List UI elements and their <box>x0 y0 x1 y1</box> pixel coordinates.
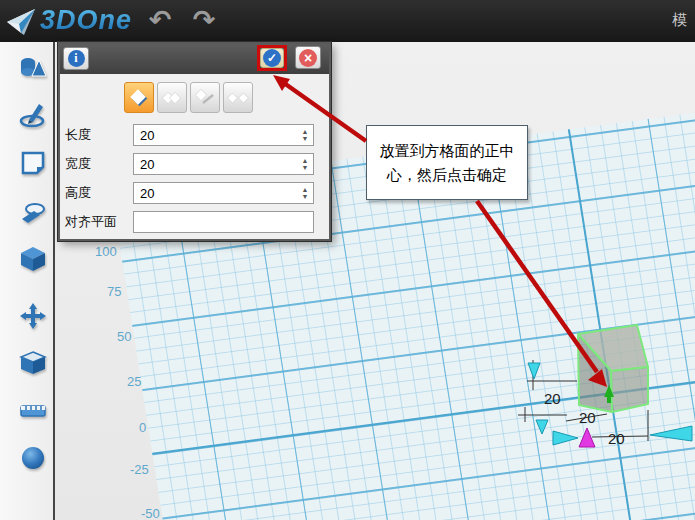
dialog-header: i ✓ × <box>60 44 329 74</box>
render-sphere-icon[interactable] <box>19 444 47 472</box>
axis-label: 75 <box>107 284 121 299</box>
length-input[interactable] <box>133 124 314 146</box>
axis-label: 100 <box>95 244 117 259</box>
window-title-partial: 模 <box>672 11 687 30</box>
x-axis-line <box>152 335 695 455</box>
width-spinner[interactable]: ▲▼ <box>300 154 310 174</box>
width-input[interactable] <box>133 153 314 175</box>
double-diamond-icon <box>161 87 183 109</box>
left-toolbar <box>0 42 55 520</box>
diamond-icon <box>128 87 150 109</box>
box-parameters-dialog: i ✓ × <box>58 42 331 241</box>
height-input[interactable] <box>133 182 314 204</box>
box-corner-mode-button[interactable] <box>124 82 154 113</box>
length-label: 长度 <box>65 126 133 144</box>
instruction-callout: 放置到方格面的正中心，然后点击确定 <box>366 125 528 200</box>
length-row: 长度 ▲▼ <box>65 124 314 146</box>
align-plane-row: 对齐平面 <box>65 211 314 233</box>
axis-label: -25 <box>130 462 149 477</box>
sketch-surface-icon[interactable] <box>19 149 47 177</box>
align-plane-input[interactable] <box>133 211 314 233</box>
instruction-text: 放置到方格面的正中心，然后点击确定 <box>375 139 519 187</box>
confirm-button[interactable]: ✓ <box>260 48 284 68</box>
measure-ruler-icon[interactable] <box>19 396 47 424</box>
undo-button[interactable]: ↶ <box>142 2 178 38</box>
combine-solids-icon[interactable] <box>19 348 47 376</box>
axis-label: 25 <box>127 374 141 389</box>
length-spinner[interactable]: ▲▼ <box>300 125 310 145</box>
info-button[interactable]: i <box>63 47 89 70</box>
axis-label: 50 <box>117 329 131 344</box>
height-row: 高度 ▲▼ <box>65 182 314 204</box>
diamond-slash-icon <box>194 87 216 109</box>
move-transform-icon[interactable] <box>19 302 47 330</box>
box-double-mode-button[interactable] <box>157 82 187 113</box>
confirm-highlight-box: ✓ <box>257 45 287 71</box>
axis-label: 0 <box>139 420 146 435</box>
primitive-solids-icon[interactable] <box>19 54 47 82</box>
info-icon: i <box>68 50 85 67</box>
y-axis-line <box>568 129 647 520</box>
align-plane-label: 对齐平面 <box>65 213 133 231</box>
checkmark-icon: ✓ <box>263 49 281 67</box>
cancel-button[interactable]: × <box>295 46 321 69</box>
width-label: 宽度 <box>65 155 133 173</box>
box-mode-row <box>124 82 253 113</box>
sketch-draw-icon[interactable] <box>19 100 47 128</box>
box-diagonal-mode-button[interactable] <box>190 82 220 113</box>
paper-plane-icon <box>6 6 36 36</box>
close-icon: × <box>299 49 317 67</box>
height-label: 高度 <box>65 184 133 202</box>
box-points-mode-button[interactable] <box>223 82 253 113</box>
axis-label: -50 <box>141 506 160 520</box>
eraser-trim-icon[interactable] <box>19 199 47 227</box>
top-toolbar: 3DOne ↶ ↷ 模 <box>0 0 695 42</box>
app-logo: 3DOne <box>6 5 132 36</box>
feature-solid-icon[interactable] <box>19 245 47 273</box>
split-diamond-icon <box>227 87 249 109</box>
app-window: { "toolbar": { "logo_text": "3DOne", "un… <box>0 0 695 520</box>
height-spinner[interactable]: ▲▼ <box>300 183 310 203</box>
app-logo-text: 3DOne <box>40 5 132 36</box>
width-row: 宽度 ▲▼ <box>65 153 314 175</box>
redo-button[interactable]: ↷ <box>186 2 222 38</box>
